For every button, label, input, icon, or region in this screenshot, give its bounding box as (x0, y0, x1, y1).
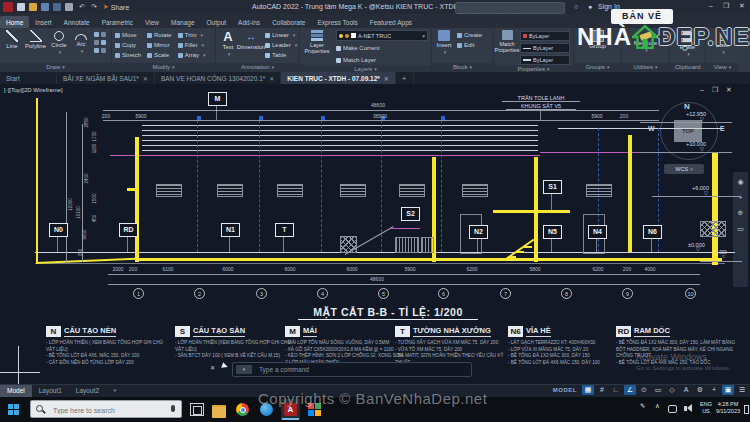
stretch-button[interactable]: Stretch (115, 50, 141, 60)
polar-tracking-icon[interactable]: ∠ (624, 385, 636, 395)
taskbar-search[interactable] (30, 400, 182, 418)
copy-button[interactable]: Copy (115, 40, 141, 50)
layer-properties-button[interactable]: Layer Properties (303, 30, 331, 65)
text-button[interactable]: AText (219, 30, 237, 63)
chat-tray-icon[interactable] (668, 405, 677, 413)
doc-minimize-icon[interactable]: – (700, 86, 704, 93)
tab-view[interactable]: View (139, 16, 165, 28)
command-line[interactable]: ▾ Type a command (232, 362, 472, 377)
viewcube-north[interactable]: N (684, 102, 690, 111)
tab-parametric[interactable]: Parametric (96, 16, 139, 28)
full-navigation-wheel-icon[interactable]: ◉ (737, 178, 743, 186)
orbit-icon[interactable]: ▭ (737, 225, 744, 233)
redo-icon[interactable]: ↷ (91, 3, 97, 11)
close-tab-icon[interactable]: ✕ (269, 75, 274, 82)
save-icon[interactable] (41, 3, 49, 11)
tab-manage[interactable]: Manage (165, 16, 201, 28)
file-explorer-icon[interactable] (212, 405, 226, 418)
region-icon[interactable] (101, 40, 106, 45)
language-indicator[interactable]: ENGUS (700, 401, 712, 415)
tab-addins[interactable]: Add-ins (232, 16, 266, 28)
tab-home[interactable]: Home (0, 16, 29, 28)
command-input[interactable]: Type a command (259, 366, 309, 373)
ortho-mode-icon[interactable]: ∟ (610, 385, 622, 395)
snap-mode-icon[interactable]: # (596, 385, 608, 395)
rectangle-icon[interactable] (94, 32, 99, 37)
panel-label-groups[interactable]: Groups (574, 63, 621, 72)
arc-button[interactable]: Arc (72, 30, 90, 63)
boundary-icon[interactable] (94, 48, 99, 53)
rotate-button[interactable]: Rotate (147, 30, 172, 40)
fillet-button[interactable]: Fillet (178, 40, 206, 50)
plot-icon[interactable] (65, 3, 73, 11)
hidden-icons-arrow[interactable]: ∧ (655, 402, 660, 410)
dimension-button[interactable]: ↔Dimension (242, 30, 260, 63)
keyword-search[interactable] (455, 2, 565, 14)
tab-drawing-3-active[interactable]: KIEN TRUC - XTDH - 07.09.12*✕ (281, 72, 396, 84)
layout1-tab[interactable]: Layout1 (32, 385, 69, 397)
line-button[interactable]: Line (3, 30, 21, 63)
layout2-tab[interactable]: Layout2 (69, 385, 106, 397)
autocad-logo-icon[interactable] (3, 2, 13, 12)
match-properties-button[interactable]: Match Properties (497, 30, 517, 65)
model-tab[interactable]: Model (0, 385, 32, 397)
viewcube-face-top[interactable]: TOP (674, 120, 702, 142)
create-block-button[interactable]: Create (457, 30, 482, 40)
panel-label-utilities[interactable]: Utilities (622, 63, 669, 72)
undo-icon[interactable]: ↶ (79, 3, 85, 11)
linetype-dropdown[interactable]: ByLayer (520, 43, 570, 53)
action-center-icon[interactable] (744, 405, 749, 414)
doc-close-icon[interactable]: ✕ (726, 86, 732, 94)
object-snap-icon[interactable]: ⊙ (638, 385, 650, 395)
tab-express-tools[interactable]: Express Tools (311, 16, 363, 28)
tab-insert[interactable]: Insert (29, 16, 57, 28)
pen-tray-icon[interactable]: ✎ (640, 402, 645, 410)
share-button[interactable]: Share (111, 4, 130, 11)
tab-collaborate[interactable]: Collaborate (266, 16, 311, 28)
customization-menu-icon[interactable]: ☰ (736, 385, 748, 395)
transparency-icon[interactable]: ◇ (666, 385, 678, 395)
tab-start[interactable]: Start (0, 72, 57, 84)
table-button[interactable]: Table (265, 50, 297, 60)
polyline-button[interactable]: Polyline (25, 30, 46, 63)
new-tab-button[interactable]: + (396, 72, 414, 84)
task-view-button[interactable] (190, 403, 204, 416)
lineweight-display-icon[interactable]: ▭ (652, 385, 664, 395)
taskbar-search-input[interactable] (51, 403, 165, 417)
panel-label-block[interactable]: Block (432, 63, 493, 72)
layer-dropdown[interactable]: A-NET TRUC ▾ (336, 30, 428, 41)
panel-label-clipboard[interactable]: Clipboard (670, 63, 705, 72)
point-icon[interactable] (101, 48, 106, 53)
doc-restore-icon[interactable]: ❐ (712, 86, 718, 94)
workspace-switch-icon[interactable]: ⚙ (694, 385, 706, 395)
tab-annotate[interactable]: Annotate (58, 16, 96, 28)
move-button[interactable]: Move (115, 30, 141, 40)
save-as-icon[interactable] (53, 3, 61, 11)
scale-button[interactable]: Scale (147, 50, 172, 60)
viewcube-wcs-menu[interactable]: WCS (664, 164, 704, 174)
microphone-icon[interactable] (171, 405, 175, 412)
chrome-icon[interactable] (236, 403, 249, 416)
tab-drawing-1[interactable]: BÃI XE NGẦM BÃI SAU1*✕ (57, 72, 155, 84)
isolate-objects-icon[interactable]: ▣ (722, 385, 734, 395)
tab-drawing-2[interactable]: BAN VE HOAN CÔNG 13042020.1*✕ (155, 72, 281, 84)
grid-display-icon[interactable]: ▦ (582, 385, 594, 395)
array-button[interactable]: Array (178, 50, 206, 60)
insert-button[interactable]: Insert (435, 30, 453, 63)
clock[interactable]: 4:28 PM9/11/2023 (712, 401, 744, 415)
tab-featured-apps[interactable]: Featured Apps (364, 16, 418, 28)
viewport-controls[interactable]: [-][Top][2D Wireframe] (4, 87, 63, 93)
zoom-extents-icon[interactable]: ⊕ (738, 209, 744, 217)
hatch-icon[interactable] (94, 40, 99, 45)
new-file-icon[interactable] (17, 3, 25, 11)
commandline-customize-icon[interactable]: ▾ (236, 365, 252, 374)
panel-label-view[interactable]: View (706, 63, 739, 72)
lineweight-dropdown[interactable]: ByLayer (520, 55, 570, 65)
panel-label-modify[interactable]: Modify (112, 63, 215, 72)
trim-button[interactable]: Trim (178, 30, 206, 40)
ellipse-icon[interactable] (101, 32, 106, 37)
close-tab-icon[interactable]: ✕ (384, 75, 389, 82)
commandline-close-icon[interactable]: ✕ (210, 364, 215, 371)
open-file-icon[interactable] (29, 3, 37, 11)
linear-button[interactable]: Linear (265, 30, 297, 40)
